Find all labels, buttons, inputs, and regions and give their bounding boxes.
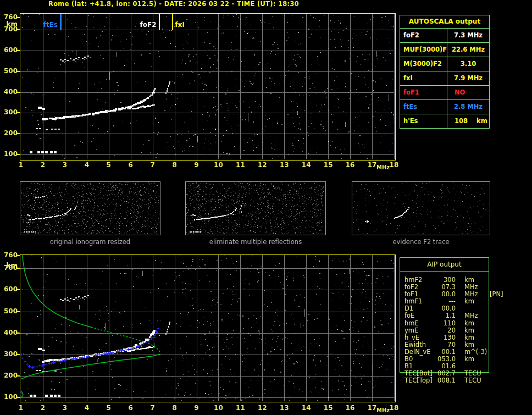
y-axis-unit: km — [2, 21, 18, 28]
x-tick-label: 12 — [256, 162, 269, 169]
y-tick-label: 500 — [2, 68, 18, 75]
aip-value: 20 — [436, 327, 456, 334]
y-tick-label: 100 — [2, 151, 18, 158]
autoscala-row-value: 22.6 MHz — [447, 43, 489, 57]
x-tick-label: 11 — [234, 162, 247, 169]
autoscala-row-value: 3.10 — [447, 57, 489, 71]
aip-unit: MHz — [464, 312, 489, 319]
autoscala-table-header: AUTOSCALA output — [400, 15, 489, 28]
aip-value: 1.1 — [436, 312, 456, 319]
x-tick-label: 16 — [343, 162, 357, 169]
panel-caption-original: original ionogram resized — [30, 238, 151, 246]
aip-value: 70 — [436, 341, 456, 348]
autoscala-row-value: NO — [447, 86, 489, 99]
x-tick-label: 4 — [80, 405, 93, 412]
aip-value: 008.1 — [436, 377, 456, 384]
panel-eliminate-reflections — [185, 181, 326, 235]
aip-unit: km — [464, 327, 489, 334]
x-tick-label: 5 — [102, 162, 115, 169]
aip-row: hmF1---km — [404, 298, 531, 305]
y-tick-label: 400 — [2, 88, 18, 96]
x-tick-label: 13 — [278, 405, 291, 412]
x-tick-label: 14 — [300, 405, 313, 412]
autoscala-row-value: 2.8 MHz — [447, 100, 489, 114]
x-tick-label: 15 — [322, 405, 335, 412]
x-tick-label: 9 — [190, 405, 203, 412]
aip-label: Ewidth — [404, 341, 436, 348]
top-ionogram-plot — [20, 13, 395, 160]
x-tick-label: 10 — [212, 405, 225, 412]
aip-row: B0053.0km — [404, 356, 531, 363]
aip-label: TEC[Top] — [404, 377, 436, 384]
x-tick-label: 13 — [278, 162, 291, 169]
aip-row: ymE20km — [404, 327, 531, 334]
aip-unit: km — [464, 356, 489, 363]
aip-row: foE1.1MHz — [404, 312, 531, 319]
autoscala-application-window: Rome (lat: +41.8, lon: 012.5) - DATE: 20… — [0, 0, 532, 415]
panel-evidence-f2 — [352, 181, 490, 235]
y-tick-label: 600 — [2, 47, 18, 54]
aip-rows: hmF2300kmfoF207.3MHzfoF100.0MHz[PN]hmF1-… — [404, 276, 531, 384]
autoscala-row-label: foF2 — [400, 29, 447, 42]
autoscala-row-label: MUF(3000)F2 — [400, 43, 447, 57]
y-tick-label: 760 — [2, 252, 18, 259]
y-tick-label: 760 — [2, 14, 18, 21]
bottom-profile-plot — [20, 254, 395, 402]
x-tick-label: 3 — [58, 405, 71, 412]
aip-value: 110 — [436, 320, 456, 327]
aip-row: h_vE130km — [404, 334, 531, 341]
aip-unit: km — [464, 298, 489, 305]
y-tick-label: 400 — [2, 329, 18, 336]
autoscala-row-label: ftEs — [400, 100, 447, 114]
aip-row: TEC[Top]008.1TECU — [404, 377, 531, 384]
autoscala-row-value: 7.3 MHz — [447, 29, 489, 42]
aip-label: ymE — [404, 327, 436, 334]
aip-extra: [PN] — [490, 291, 503, 298]
aip-row: Ewidth70km — [404, 341, 531, 348]
aip-unit: km — [464, 320, 489, 327]
autoscala-row-label: foF1 — [400, 86, 447, 99]
x-tick-label: 15 — [322, 162, 335, 169]
y-tick-label: 300 — [2, 109, 18, 116]
y-axis-unit: km — [2, 262, 18, 269]
aip-label: h_vE — [404, 334, 436, 341]
x-tick-label: 3 — [58, 162, 71, 169]
x-tick-label: 11 — [234, 405, 247, 412]
aip-label: hmE — [404, 320, 436, 327]
x-axis-unit: MHz — [376, 164, 390, 171]
x-tick-label: 10 — [212, 162, 225, 169]
marker-label-foF2: foF2 — [140, 21, 157, 29]
autoscala-row-value: 108 km — [447, 114, 489, 128]
aip-unit: km — [464, 334, 489, 341]
x-tick-label: 1 — [14, 405, 27, 412]
y-tick-label: 300 — [2, 351, 18, 358]
x-tick-label: 5 — [102, 405, 115, 412]
x-tick-label: 8 — [168, 162, 181, 169]
x-tick-label: 8 — [168, 405, 181, 412]
x-tick-label: 2 — [36, 405, 49, 412]
autoscala-row-value: 7.9 MHz — [447, 71, 489, 85]
y-tick-label: 200 — [2, 130, 18, 137]
x-tick-label: 12 — [256, 405, 269, 412]
x-tick-label: 14 — [300, 162, 313, 169]
x-tick-label: 7 — [146, 162, 159, 169]
x-tick-label: 2 — [36, 162, 49, 169]
aip-label: foE — [404, 312, 436, 319]
marker-label-ftEs: ftEs — [43, 21, 58, 29]
aip-table-header: AIP output — [400, 258, 489, 272]
y-tick-label: 500 — [2, 308, 18, 315]
aip-value: 130 — [436, 334, 456, 341]
aip-unit: TECU — [464, 377, 489, 384]
aip-unit: km — [464, 341, 489, 348]
x-tick-label: 9 — [190, 162, 203, 169]
aip-row: hmE110km — [404, 320, 531, 327]
x-tick-label: 16 — [343, 405, 357, 412]
panel-caption-evidence: evidence F2 trace — [361, 238, 481, 246]
x-axis-unit: MHz — [376, 407, 390, 414]
x-tick-label: 6 — [124, 405, 137, 412]
panel-original-ionogram — [20, 181, 160, 235]
y-tick-label: 200 — [2, 372, 18, 379]
autoscala-output-table: AUTOSCALA output foF2 7.3 MHz MUF(3000)F… — [400, 15, 490, 129]
autoscala-row-label: h'Es — [400, 114, 447, 128]
autoscala-row-label: M(3000)F2 — [400, 57, 447, 71]
